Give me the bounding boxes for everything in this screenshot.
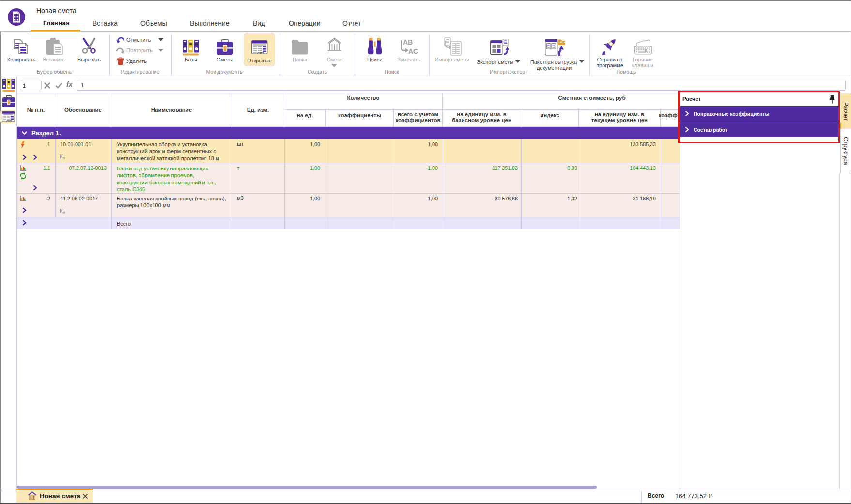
svg-text:AC: AC: [408, 47, 418, 55]
svg-text:AB: AB: [403, 38, 413, 46]
